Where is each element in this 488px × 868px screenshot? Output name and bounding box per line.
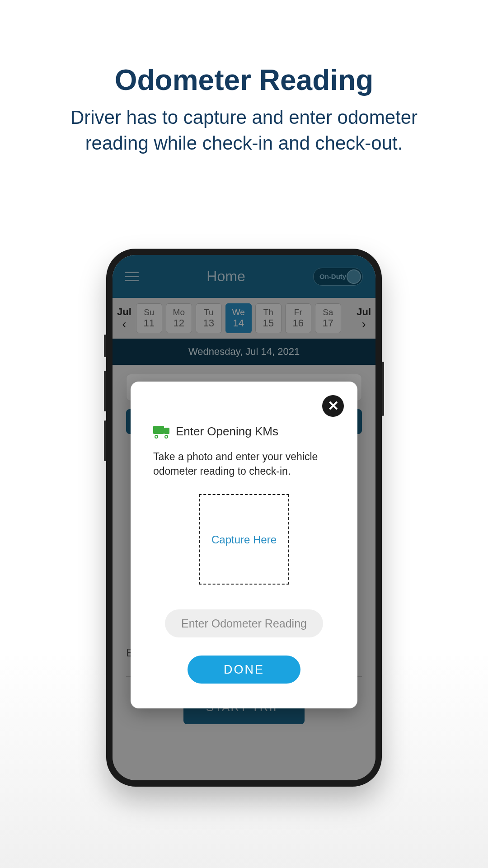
- done-button[interactable]: DONE: [188, 656, 300, 684]
- close-button[interactable]: ✕: [322, 395, 344, 417]
- close-icon: ✕: [328, 399, 339, 413]
- promo-subtitle: Driver has to capture and enter odometer…: [0, 105, 488, 156]
- truck-icon: [153, 426, 169, 438]
- modal-title: Enter Opening KMs: [176, 425, 278, 439]
- phone-side-button: [104, 335, 106, 357]
- capture-label: Capture Here: [211, 533, 277, 547]
- promo-title: Odometer Reading: [0, 63, 488, 97]
- capture-photo-area[interactable]: Capture Here: [199, 494, 289, 585]
- phone-side-button: [104, 420, 106, 461]
- phone-side-button: [382, 362, 384, 416]
- odometer-modal: ✕ Enter Opening KMs Take a photo and ent…: [131, 382, 357, 708]
- phone-screen: Home On-Duty Jul ‹ Su11Mo12Tu13We14Th15F…: [113, 255, 375, 780]
- odometer-input[interactable]: [165, 609, 323, 637]
- phone-side-button: [104, 371, 106, 411]
- phone-mockup: Home On-Duty Jul ‹ Su11Mo12Tu13We14Th15F…: [106, 249, 382, 787]
- modal-description: Take a photo and enter your vehicle odom…: [153, 449, 335, 478]
- promo-section: Odometer Reading Driver has to capture a…: [0, 0, 488, 156]
